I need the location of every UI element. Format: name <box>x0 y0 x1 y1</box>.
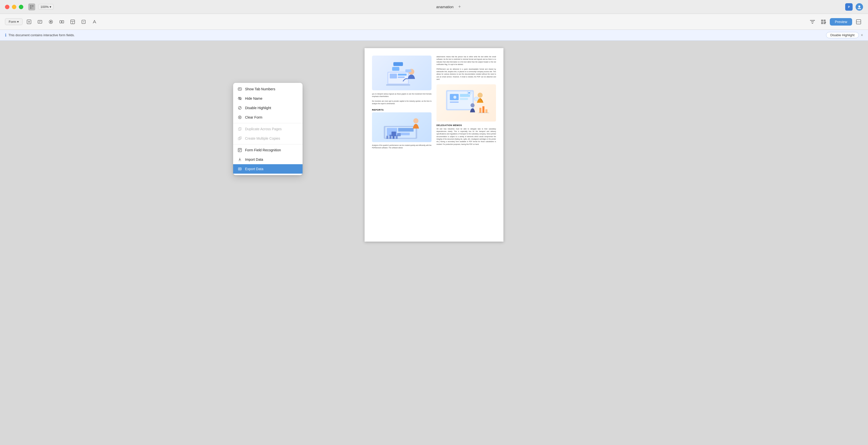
pdf-right-text-2: PDFElement can be delivered in a quick d… <box>436 68 496 81</box>
menu-item-form-field-recognition[interactable]: Form Field Recognition <box>233 145 303 155</box>
new-tab-button[interactable]: + <box>457 4 463 10</box>
menu-item-export-data[interactable]: Export Data <box>233 164 303 174</box>
user-avatar[interactable] <box>856 3 863 11</box>
copy-icon <box>238 136 242 141</box>
pdf-image-1 <box>372 56 432 90</box>
svg-point-61 <box>474 97 478 101</box>
svg-rect-51 <box>393 134 395 139</box>
svg-rect-49 <box>386 136 389 139</box>
toolbar-icon-3[interactable] <box>46 18 55 26</box>
svg-rect-52 <box>396 135 398 139</box>
toolbar-icon-5[interactable] <box>68 18 77 26</box>
pdf-delegation-text: Oil and Gas industries must be able to d… <box>436 128 496 146</box>
info-icon: ℹ <box>5 33 6 37</box>
form-dropdown-button[interactable]: Form ▾ <box>5 18 23 25</box>
svg-rect-64 <box>479 108 482 113</box>
close-window-button[interactable] <box>5 5 9 9</box>
svg-rect-11 <box>38 20 42 23</box>
svg-point-15 <box>50 21 52 23</box>
eye-slash-icon <box>238 96 242 101</box>
pdf-reports-section: REPORTS <box>372 109 432 149</box>
svg-text:3: 3 <box>241 89 241 90</box>
svg-rect-38 <box>392 67 399 71</box>
toolbar-icon-1[interactable] <box>25 18 33 26</box>
form-options-button[interactable] <box>808 18 817 26</box>
form-dropdown-menu: 1 2 3 Show Tab Numbers Hide Name <box>233 83 303 175</box>
svg-rect-59 <box>460 98 468 100</box>
toolbar-icon-4[interactable] <box>57 18 66 26</box>
svg-rect-17 <box>62 21 64 23</box>
svg-text:P: P <box>848 6 850 8</box>
svg-rect-16 <box>60 21 62 23</box>
pdf-left-column: you to interpret various layouts as thos… <box>372 56 432 149</box>
menu-item-clear-form[interactable]: Clear Form <box>233 113 303 122</box>
svg-line-77 <box>239 107 241 109</box>
svg-rect-25 <box>821 20 823 22</box>
titlebar: 100% ▾ anamation + P <box>0 0 868 14</box>
tab-title: anamation <box>436 5 454 9</box>
duplicate-icon <box>238 127 242 131</box>
svg-rect-65 <box>483 107 484 113</box>
pdf-container: you to interpret various layouts as thos… <box>0 41 868 445</box>
svg-rect-84 <box>239 137 241 140</box>
toolbar-icon-2[interactable] <box>35 18 44 26</box>
zoom-select[interactable]: 100% ▾ <box>38 4 54 10</box>
info-bar: ℹ This document contains interactive for… <box>0 30 868 41</box>
grid-options-button[interactable] <box>819 18 828 26</box>
info-message: This document contains interactive form … <box>8 33 824 37</box>
preview-button[interactable]: Preview <box>830 18 852 26</box>
menu-item-import-data[interactable]: Import Data <box>233 155 303 164</box>
svg-point-63 <box>470 103 474 108</box>
pdf-delegation-heading: DELEGATION MEMOS <box>436 124 496 126</box>
minimize-window-button[interactable] <box>12 5 17 9</box>
close-info-button[interactable]: × <box>861 33 863 37</box>
toolbar-icon-7[interactable] <box>90 18 99 26</box>
svg-rect-36 <box>386 84 410 86</box>
menu-item-disable-highlight[interactable]: Disable Highlight <box>233 103 303 113</box>
menu-item-duplicate-across-pages: Duplicate Across Pages <box>233 124 303 134</box>
export-icon <box>238 167 242 171</box>
menu-separator-1 <box>233 123 303 123</box>
pdf-right-column: attachments means that the person has to… <box>436 56 496 149</box>
svg-rect-57 <box>450 101 459 103</box>
menu-item-create-multiple-copies: Create Multiple Copies <box>233 134 303 143</box>
disable-highlight-button[interactable]: Disable Highlight <box>826 32 859 38</box>
svg-rect-40 <box>405 69 411 72</box>
clear-form-icon <box>238 115 242 120</box>
svg-rect-34 <box>398 74 406 76</box>
layout-toggle-button[interactable] <box>854 18 863 26</box>
svg-rect-44 <box>398 128 413 132</box>
pdf-right-text-1: attachments means that the person has to… <box>436 56 496 66</box>
pdf-image-2 <box>436 84 496 122</box>
svg-rect-87 <box>239 149 241 150</box>
toolbar-right: Preview <box>808 18 863 26</box>
pdf-text-1: you to interpret various layouts as thos… <box>372 93 432 98</box>
menu-label-show-tab-numbers: Show Tab Numbers <box>245 87 275 91</box>
pdf-reports-text: Analysis of the quarter's performance ca… <box>372 144 432 149</box>
import-icon <box>238 157 242 162</box>
maximize-window-button[interactable] <box>19 5 23 9</box>
menu-label-duplicate-across-pages: Duplicate Across Pages <box>245 127 282 131</box>
menu-label-hide-name: Hide Name <box>245 96 262 100</box>
menu-item-hide-name[interactable]: Hide Name <box>233 94 303 103</box>
svg-rect-39 <box>393 62 403 66</box>
svg-point-6 <box>858 5 860 7</box>
pdf-image-reports <box>372 112 432 142</box>
menu-label-disable-highlight: Disable Highlight <box>245 106 271 110</box>
svg-rect-50 <box>390 135 391 139</box>
menu-label-create-multiple-copies: Create Multiple Copies <box>245 137 280 140</box>
menu-label-clear-form: Clear Form <box>245 115 262 119</box>
svg-rect-66 <box>485 109 487 113</box>
main-area: you to interpret various layouts as thos… <box>0 41 868 445</box>
svg-rect-27 <box>821 22 823 24</box>
recognition-icon <box>238 148 242 152</box>
toolbar-icon-6[interactable] <box>79 18 88 26</box>
disable-highlight-icon <box>238 106 242 110</box>
svg-point-46 <box>413 118 418 123</box>
svg-rect-33 <box>390 74 397 79</box>
svg-rect-0 <box>30 5 31 7</box>
toolbar: Form ▾ <box>0 14 868 30</box>
svg-point-7 <box>858 8 861 9</box>
svg-rect-48 <box>397 133 401 136</box>
menu-item-show-tab-numbers[interactable]: 1 2 3 Show Tab Numbers <box>233 84 303 94</box>
